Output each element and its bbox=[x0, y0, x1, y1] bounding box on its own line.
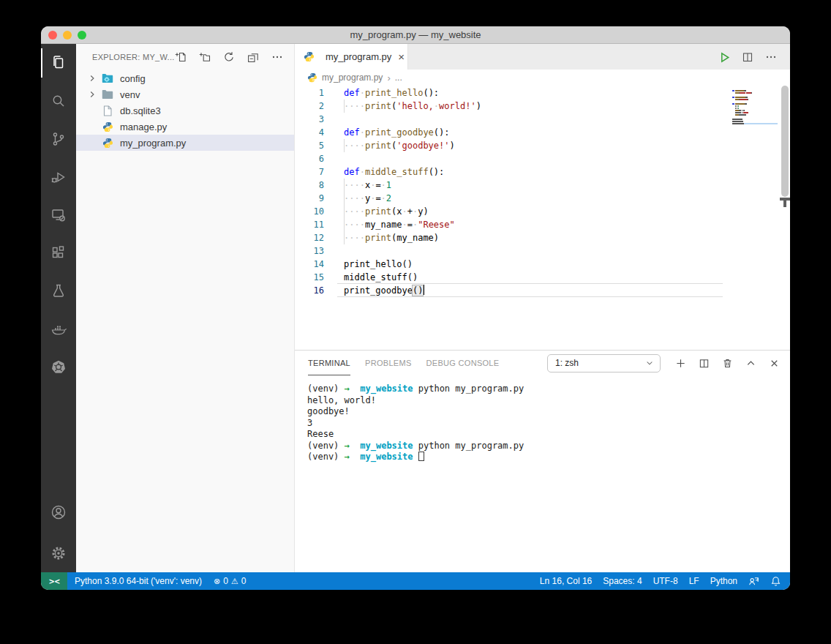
activity-docker[interactable] bbox=[41, 310, 76, 348]
docker-icon bbox=[50, 321, 67, 338]
explorer-title: EXPLORER: MY_W... bbox=[92, 53, 175, 61]
split-editor-icon[interactable] bbox=[742, 51, 753, 63]
panel-tab-problems[interactable]: PROBLEMS bbox=[365, 351, 412, 375]
breadcrumb-file[interactable]: my_program.py bbox=[322, 72, 383, 83]
refresh-icon[interactable] bbox=[223, 51, 235, 63]
warning-icon: ⚠ bbox=[231, 577, 238, 586]
panel-tab-debug-console[interactable]: DEBUG CONSOLE bbox=[426, 351, 500, 375]
eol-status[interactable]: LF bbox=[689, 576, 699, 586]
maximize-panel-icon[interactable] bbox=[745, 358, 756, 369]
zoom-window-button[interactable] bbox=[78, 31, 86, 40]
twisty-spacer bbox=[86, 121, 98, 132]
line-number: 15 bbox=[295, 271, 324, 284]
split-terminal-icon[interactable] bbox=[699, 358, 710, 369]
line-number: 13 bbox=[295, 244, 324, 258]
code-line-2: 2····print('hello,·world!') bbox=[295, 100, 790, 113]
tab-my-program[interactable]: my_program.py × bbox=[295, 44, 408, 70]
code-line-7: 7def·middle_stuff(): bbox=[295, 165, 790, 179]
line-number: 16 bbox=[295, 284, 324, 297]
run-python-file-icon[interactable] bbox=[718, 51, 730, 63]
code-line-15: 15middle_stuff() bbox=[295, 271, 790, 284]
tree-item-label: venv bbox=[120, 89, 140, 100]
files-icon bbox=[50, 54, 67, 72]
tree-item-venv[interactable]: venv bbox=[76, 86, 294, 102]
account-icon bbox=[50, 503, 67, 521]
activity-source-control[interactable] bbox=[41, 120, 76, 158]
file-icon bbox=[102, 105, 113, 116]
new-folder-icon[interactable] bbox=[199, 51, 211, 63]
activity-explorer[interactable] bbox=[41, 44, 76, 82]
warning-count: 0 bbox=[241, 576, 247, 586]
line-number: 7 bbox=[295, 165, 324, 179]
breadcrumb-symbol[interactable]: ... bbox=[395, 72, 402, 83]
scrollbar-thumb[interactable] bbox=[781, 86, 789, 197]
new-file-icon[interactable] bbox=[175, 51, 187, 63]
activity-settings[interactable] bbox=[41, 534, 76, 572]
explorer-sidebar: EXPLORER: MY_W... configvenvdb.sqlite3ma… bbox=[76, 44, 295, 572]
close-window-button[interactable] bbox=[48, 31, 57, 40]
language-mode-status[interactable]: Python bbox=[710, 576, 737, 586]
close-panel-icon[interactable] bbox=[769, 358, 780, 369]
notifications-bell-icon[interactable] bbox=[770, 576, 781, 587]
tree-item-db.sqlite3[interactable]: db.sqlite3 bbox=[76, 102, 294, 119]
kubernetes-icon bbox=[50, 359, 67, 376]
tree-item-label: manage.py bbox=[120, 121, 167, 132]
activity-run-debug[interactable] bbox=[41, 158, 76, 196]
terminal-line: hello, world! bbox=[307, 395, 790, 407]
editor-body: 1def·print_hello():2····print('hello,·wo… bbox=[295, 86, 790, 350]
tree-item-my_program.py[interactable]: my_program.py bbox=[76, 135, 294, 151]
tree-item-config[interactable]: config bbox=[76, 70, 294, 86]
kill-terminal-icon[interactable] bbox=[722, 358, 733, 369]
line-number: 11 bbox=[295, 218, 324, 231]
python-icon bbox=[102, 137, 113, 149]
more-editor-actions-icon[interactable] bbox=[765, 51, 777, 63]
folder-icon bbox=[102, 89, 113, 100]
activity-kubernetes[interactable] bbox=[41, 348, 76, 386]
terminal-line: goodbye! bbox=[307, 406, 790, 418]
python-icon bbox=[102, 121, 113, 132]
minimize-window-button[interactable] bbox=[63, 31, 72, 40]
activity-account[interactable] bbox=[41, 493, 76, 531]
tab-close-icon[interactable]: × bbox=[396, 50, 407, 63]
activity-search[interactable] bbox=[41, 82, 76, 120]
title-bar: my_program.py — my_website bbox=[41, 26, 790, 44]
remote-explorer-icon bbox=[50, 206, 67, 224]
feedback-icon[interactable] bbox=[748, 576, 759, 587]
code-line-6: 6 bbox=[295, 152, 790, 165]
problems-status[interactable]: ⊗ 0 ⚠ 0 bbox=[214, 576, 246, 586]
code-editor[interactable]: 1def·print_hello():2····print('hello,·wo… bbox=[295, 86, 790, 350]
python-interpreter-status[interactable]: Python 3.9.0 64-bit ('venv': venv) bbox=[75, 576, 202, 586]
minimap[interactable] bbox=[732, 90, 778, 125]
code-line-16: 16print_goodbye() bbox=[295, 284, 790, 297]
panel-tab-terminal[interactable]: TERMINAL bbox=[308, 351, 350, 375]
new-terminal-icon[interactable] bbox=[675, 358, 686, 369]
terminal-output[interactable]: (venv) → my_website python my_program.py… bbox=[295, 375, 790, 572]
chevron-down-icon bbox=[645, 359, 654, 367]
encoding-status[interactable]: UTF-8 bbox=[653, 576, 678, 586]
code-line-5: 5····print('goodbye!') bbox=[295, 139, 790, 152]
indentation-status[interactable]: Spaces: 4 bbox=[603, 576, 642, 586]
code-line-13: 13 bbox=[295, 244, 790, 258]
tree-item-label: my_program.py bbox=[120, 138, 186, 149]
terminal-shell-select[interactable]: 1: zsh bbox=[547, 354, 661, 372]
chevron-right-icon bbox=[86, 89, 98, 100]
editor-tab-bar: my_program.py × bbox=[295, 44, 790, 70]
window-title: my_program.py — my_website bbox=[350, 29, 481, 40]
more-actions-icon[interactable] bbox=[271, 51, 283, 63]
activity-remote-explorer[interactable] bbox=[41, 196, 76, 234]
beaker-icon bbox=[50, 282, 67, 300]
line-number: 14 bbox=[295, 258, 324, 271]
collapse-all-icon[interactable] bbox=[247, 51, 259, 63]
cursor-position-status[interactable]: Ln 16, Col 16 bbox=[540, 576, 592, 586]
terminal-line: (venv) → my_website bbox=[307, 452, 790, 463]
bottom-panel: TERMINAL PROBLEMS DEBUG CONSOLE 1: zsh bbox=[295, 350, 790, 572]
vscode-window: my_program.py — my_website bbox=[41, 26, 790, 590]
line-number: 8 bbox=[295, 179, 324, 192]
tab-label: my_program.py bbox=[326, 51, 391, 62]
chevron-right-icon: › bbox=[387, 72, 390, 83]
activity-extensions[interactable] bbox=[41, 234, 76, 272]
remote-indicator[interactable]: >< bbox=[41, 572, 67, 590]
tree-item-manage.py[interactable]: manage.py bbox=[76, 119, 294, 135]
line-number: 10 bbox=[295, 205, 324, 218]
activity-testing[interactable] bbox=[41, 272, 76, 310]
